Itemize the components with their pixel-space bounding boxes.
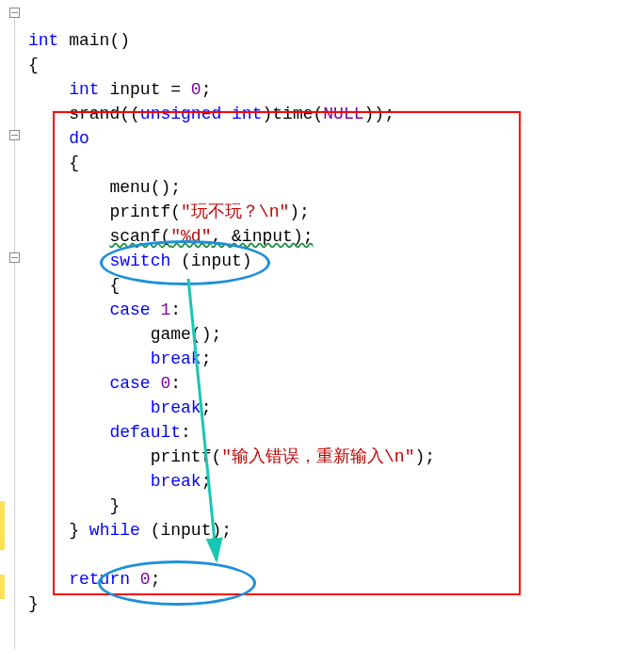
warning-underline: scanf("%d", &input); bbox=[109, 227, 313, 246]
fold-icon[interactable] bbox=[9, 252, 20, 263]
fold-icon[interactable] bbox=[9, 130, 20, 140]
fold-icon[interactable] bbox=[9, 8, 20, 18]
keyword-int: int bbox=[28, 31, 58, 50]
change-marker bbox=[0, 575, 5, 599]
change-marker bbox=[0, 501, 5, 526]
change-marker bbox=[0, 526, 5, 550]
gutter bbox=[0, 0, 19, 665]
code-block: int main() { int input = 0; srand((unsig… bbox=[28, 4, 435, 616]
